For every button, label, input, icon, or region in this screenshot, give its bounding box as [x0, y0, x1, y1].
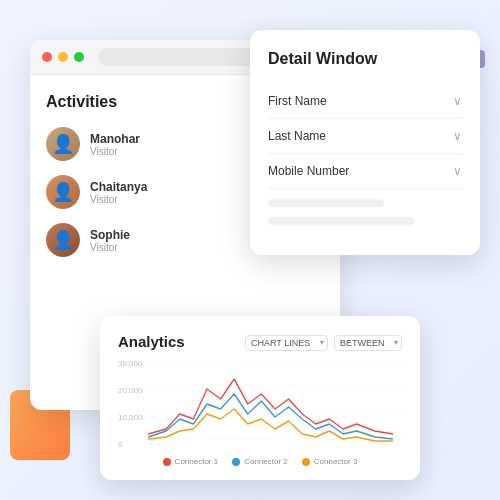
legend-label-1: Connector 1 [175, 457, 219, 466]
detail-field-firstname[interactable]: First Name ∨ [268, 84, 462, 119]
legend-dot-1 [163, 458, 171, 466]
detail-firstname-label: First Name [268, 94, 327, 108]
legend-item-3: Connector 3 [302, 457, 358, 466]
activity-role-manohar: Visitor [90, 146, 248, 157]
detail-field-lastname[interactable]: Last Name ∨ [268, 119, 462, 154]
chart-area: 30,000 20,000 10,000 0 [118, 359, 402, 449]
detail-placeholder-line-1 [268, 199, 384, 207]
analytics-controls: CHART LINES BAR CHART BETWEEN [245, 332, 402, 351]
y-label-20k: 20,000 [118, 386, 144, 395]
analytics-title: Analytics [118, 333, 185, 350]
date-range-select[interactable]: BETWEEN [334, 335, 402, 351]
analytics-header: Analytics CHART LINES BAR CHART BETWEEN [118, 332, 402, 351]
activity-name-chaitanya: Chaitanya [90, 180, 240, 194]
detail-window-title: Detail Window [268, 50, 462, 68]
chart-svg [148, 359, 402, 449]
y-label-10k: 10,000 [118, 413, 144, 422]
detail-lastname-label: Last Name [268, 129, 326, 143]
activity-name-manohar: Manohar [90, 132, 248, 146]
legend-dot-3 [302, 458, 310, 466]
legend-label-2: Connector 2 [244, 457, 288, 466]
activity-info-manohar: Manohar Visitor [90, 132, 248, 157]
legend-item-1: Connector 1 [163, 457, 219, 466]
legend-label-3: Connector 3 [314, 457, 358, 466]
avatar-manohar: 👤 [46, 127, 80, 161]
dot-yellow[interactable] [58, 52, 68, 62]
analytics-card: Analytics CHART LINES BAR CHART BETWEEN … [100, 316, 420, 480]
activity-role-chaitanya: Visitor [90, 194, 240, 205]
y-label-30k: 30,000 [118, 359, 144, 368]
activity-info-chaitanya: Chaitanya Visitor [90, 180, 240, 205]
detail-placeholder-line-2 [268, 217, 414, 225]
y-axis-labels: 30,000 20,000 10,000 0 [118, 359, 148, 449]
dot-green[interactable] [74, 52, 84, 62]
chart-type-select-wrapper: CHART LINES BAR CHART [245, 332, 328, 351]
avatar-sophie: 👤 [46, 223, 80, 257]
chevron-firstname-icon: ∨ [453, 94, 462, 108]
legend-item-2: Connector 2 [232, 457, 288, 466]
chevron-mobile-icon: ∨ [453, 164, 462, 178]
chart-type-select[interactable]: CHART LINES BAR CHART [245, 335, 328, 351]
legend-dot-2 [232, 458, 240, 466]
detail-mobile-label: Mobile Number [268, 164, 349, 178]
avatar-chaitanya: 👤 [46, 175, 80, 209]
detail-field-mobile[interactable]: Mobile Number ∨ [268, 154, 462, 189]
scene: Activities 👤 Manohar Visitor Checked In … [20, 20, 480, 480]
y-label-0: 0 [118, 440, 144, 449]
dot-red[interactable] [42, 52, 52, 62]
detail-window: Detail Window First Name ∨ Last Name ∨ M… [250, 30, 480, 255]
date-range-select-wrapper: BETWEEN [334, 332, 402, 351]
analytics-legend: Connector 1 Connector 2 Connector 3 [118, 457, 402, 466]
chevron-lastname-icon: ∨ [453, 129, 462, 143]
